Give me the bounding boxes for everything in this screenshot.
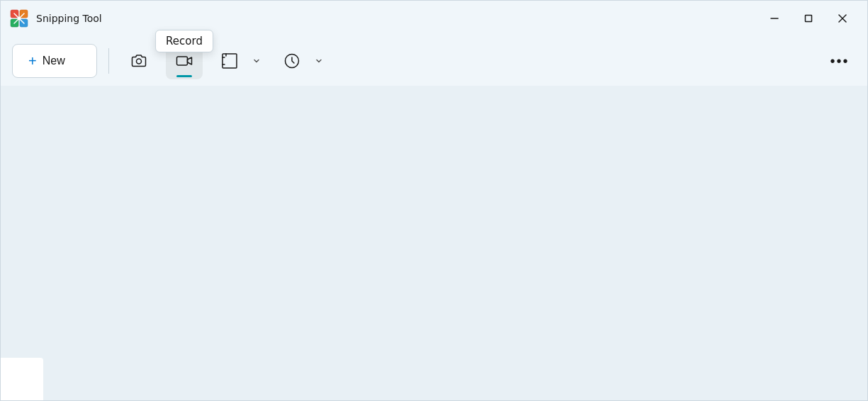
record-button[interactable]	[166, 43, 203, 79]
minimize-button[interactable]	[758, 6, 791, 30]
snip-shape-button[interactable]	[211, 43, 248, 79]
svg-point-8	[137, 59, 142, 64]
app-title: Snipping Tool	[36, 13, 758, 24]
chevron-down-icon	[253, 57, 260, 64]
snip-shape-icon	[220, 52, 239, 70]
more-button[interactable]: •••	[823, 45, 856, 77]
main-content	[1, 86, 867, 400]
app-window: Snipping Tool +	[0, 0, 868, 401]
svg-rect-9	[177, 57, 188, 65]
new-button[interactable]: + New	[12, 44, 97, 78]
video-icon	[175, 52, 193, 70]
snip-shape-dropdown-button[interactable]	[248, 43, 265, 79]
toolbar: + New Record	[1, 36, 867, 86]
screenshot-button[interactable]	[120, 43, 157, 79]
toolbar-divider	[108, 48, 109, 74]
clock-icon	[283, 52, 301, 70]
delay-dropdown-button[interactable]	[310, 43, 327, 79]
app-icon	[9, 9, 29, 28]
svg-rect-10	[222, 54, 237, 68]
bottom-left-decoration	[1, 358, 43, 400]
svg-rect-5	[806, 16, 812, 22]
record-button-wrapper: Record	[166, 43, 203, 79]
title-bar: Snipping Tool	[1, 1, 867, 36]
window-controls	[758, 6, 859, 30]
delay-button[interactable]	[274, 43, 310, 79]
new-label: New	[43, 55, 65, 67]
plus-icon: +	[28, 54, 37, 68]
snip-shape-group	[211, 43, 265, 79]
close-button[interactable]	[826, 6, 859, 30]
camera-icon	[130, 52, 148, 70]
maximize-button[interactable]	[792, 6, 825, 30]
more-dots-label: •••	[830, 53, 849, 69]
delay-group	[274, 43, 327, 79]
chevron-down-icon-delay	[315, 57, 322, 64]
